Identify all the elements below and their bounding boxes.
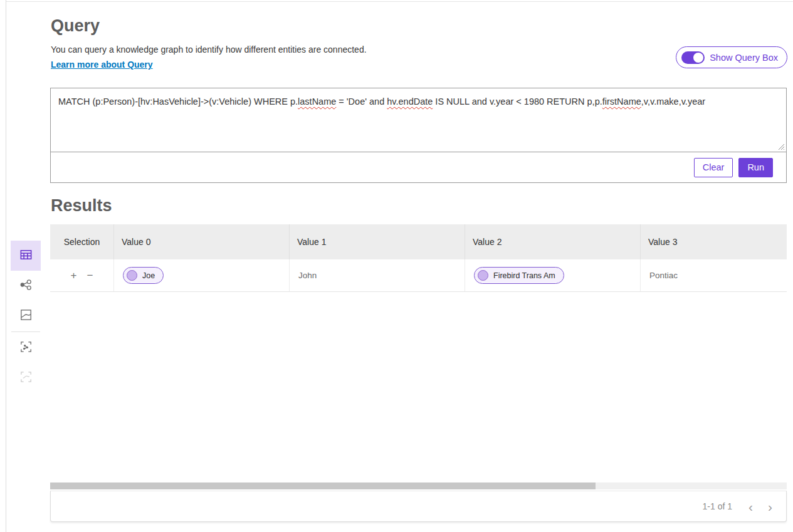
results-view-rail <box>11 241 41 393</box>
map-icon <box>19 308 33 325</box>
results-table-view-button[interactable] <box>11 241 41 271</box>
show-query-box-toggle[interactable]: Show Query Box <box>676 46 787 68</box>
page-description: You can query a knowledge graph to ident… <box>51 44 367 55</box>
value1-cell: John <box>290 259 465 291</box>
panel-top-border <box>6 1 793 2</box>
entity-chip-vehicle[interactable]: Firebird Trans Am <box>474 267 564 284</box>
value3-cell: Pontiac <box>641 259 787 291</box>
toggle-label: Show Query Box <box>710 53 778 63</box>
column-header-selection: Selection <box>50 224 114 259</box>
table-empty-area <box>50 292 787 482</box>
run-button[interactable]: Run <box>738 158 773 177</box>
column-header-value2: Value 2 <box>465 224 641 259</box>
value2-cell: Firebird Trans Am <box>465 259 641 291</box>
add-to-selection-icon[interactable]: + <box>71 270 77 281</box>
add-to-link-chart-button[interactable] <box>11 333 41 363</box>
remove-from-selection-icon[interactable]: − <box>87 270 93 281</box>
table-header-row: Selection Value 0 Value 1 Value 2 Value … <box>50 224 787 259</box>
results-map-view-button[interactable] <box>11 301 41 331</box>
clear-button[interactable]: Clear <box>694 158 733 177</box>
value0-cell: Joe <box>114 259 290 291</box>
query-page: Query You can query a knowledge graph to… <box>0 0 793 532</box>
learn-more-link[interactable]: Learn more about Query <box>51 60 153 70</box>
resize-grip-icon[interactable] <box>777 142 785 150</box>
next-page-icon[interactable]: › <box>760 500 780 513</box>
entity-chip-label: Firebird Trans Am <box>493 271 555 280</box>
query-actions: Clear Run <box>51 152 786 182</box>
table-row: + − Joe John Firebird Trans Am Pontiac <box>50 259 787 292</box>
add-to-link-chart-icon <box>19 340 33 357</box>
previous-page-icon[interactable]: ‹ <box>741 500 760 513</box>
toggle-knob <box>693 53 703 63</box>
query-box: MATCH (p:Person)-[hv:HasVehicle]->(v:Veh… <box>50 88 787 183</box>
scrollbar-thumb[interactable] <box>50 482 596 489</box>
entity-dot-icon <box>478 270 488 281</box>
add-to-map-button <box>11 363 41 393</box>
results-table: Selection Value 0 Value 1 Value 2 Value … <box>50 224 787 522</box>
cell-value: Pontiac <box>641 271 678 280</box>
column-header-value1: Value 1 <box>290 224 465 259</box>
rail-divider <box>11 331 40 332</box>
table-footer: 1-1 of 1 ‹ › <box>50 491 787 522</box>
horizontal-scrollbar <box>50 482 787 489</box>
results-link-chart-view-button[interactable] <box>11 271 41 301</box>
table-icon <box>19 248 33 264</box>
pagination-range: 1-1 of 1 <box>703 501 732 511</box>
entity-chip-label: Joe <box>142 271 155 280</box>
entity-dot-icon <box>127 270 137 281</box>
selection-cell: + − <box>50 259 114 291</box>
entity-chip-person[interactable]: Joe <box>123 267 164 284</box>
page-title: Query <box>51 16 100 36</box>
panel-left-border <box>6 0 6 532</box>
column-header-value3: Value 3 <box>641 224 787 259</box>
column-header-value0: Value 0 <box>114 224 290 259</box>
toggle-switch-icon <box>681 51 705 64</box>
cell-value: John <box>290 271 317 280</box>
link-chart-icon <box>19 278 33 295</box>
add-to-map-icon <box>19 370 33 387</box>
query-input[interactable]: MATCH (p:Person)-[hv:HasVehicle]->(v:Veh… <box>51 88 786 152</box>
results-title: Results <box>51 196 112 216</box>
